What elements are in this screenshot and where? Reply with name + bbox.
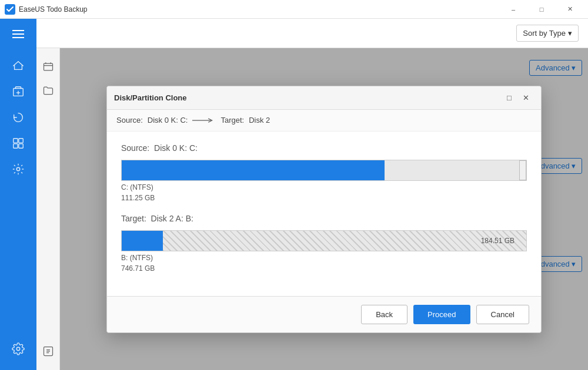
app-logo <box>5 4 15 15</box>
dialog-overlay: Disk/Partition Clone □ ✕ Source: Disk 0 … <box>60 48 588 370</box>
target-section: Target: Disk 2 A: B: 184.51 GB B: (NTFS)… <box>121 214 527 273</box>
sec-icon-bottom[interactable] <box>39 342 58 361</box>
dialog-maximize-button[interactable]: □ <box>501 89 517 106</box>
svg-rect-2 <box>14 139 18 143</box>
target-value: Disk 2 <box>249 116 270 125</box>
target-bar-hatched <box>163 231 526 251</box>
secondary-sidebar <box>36 48 60 370</box>
sidebar-item-tools[interactable] <box>6 157 30 181</box>
proceed-button[interactable]: Proceed <box>413 305 470 324</box>
target-disk-bar: 184.51 GB <box>121 230 527 251</box>
target-label: Target: <box>220 116 244 125</box>
arrow-line <box>192 116 216 125</box>
sidebar-item-restore[interactable] <box>6 106 30 129</box>
sidebar-item-backup[interactable] <box>6 80 30 103</box>
dialog-titlebar: Disk/Partition Clone □ ✕ <box>107 86 541 110</box>
content-area: Sort by Type ▾ <box>36 19 588 370</box>
target-bar-blue <box>122 231 163 251</box>
app-title: EaseUS Todo Backup <box>19 5 500 14</box>
menu-line <box>12 37 24 38</box>
main-layout: Sort by Type ▾ <box>0 19 588 370</box>
sec-icon-backup[interactable] <box>39 58 58 76</box>
cancel-button[interactable]: Cancel <box>476 305 529 324</box>
source-label: Source: <box>116 116 143 125</box>
target-unallocated-size: 184.51 GB <box>481 237 514 245</box>
dialog-close-button[interactable]: ✕ <box>517 89 534 106</box>
sec-icon-folder[interactable] <box>39 81 58 100</box>
svg-rect-3 <box>19 139 23 143</box>
maximize-button[interactable]: □ <box>528 0 555 19</box>
source-disk-bar <box>121 160 527 181</box>
svg-rect-4 <box>14 144 18 148</box>
source-bar-fill <box>122 160 385 180</box>
svg-rect-7 <box>44 63 52 70</box>
window-controls: – □ ✕ <box>500 0 583 19</box>
source-section-label: Source: Disk 0 K: C: <box>121 143 527 153</box>
source-section-value: Disk 0 K: C: <box>154 143 198 153</box>
close-button[interactable]: ✕ <box>556 0 583 19</box>
source-partition: C: (NTFS) <box>121 183 527 191</box>
source-bar-handle <box>519 160 526 180</box>
top-toolbar: Sort by Type ▾ <box>36 19 588 48</box>
source-size: 111.25 GB <box>121 194 527 202</box>
sort-button[interactable]: Sort by Type ▾ <box>516 25 579 42</box>
sidebar <box>0 19 36 370</box>
minimize-button[interactable]: – <box>500 0 527 19</box>
back-button[interactable]: Back <box>361 305 407 324</box>
target-section-value: Disk 2 A: B: <box>151 214 193 223</box>
sidebar-item-home[interactable] <box>6 54 30 78</box>
dialog-footer: Back Proceed Cancel <box>107 296 541 332</box>
sort-dropdown-icon: ▾ <box>568 29 572 38</box>
source-value: Disk 0 K: C: <box>148 116 188 125</box>
svg-point-6 <box>16 167 20 171</box>
title-bar: EaseUS Todo Backup – □ ✕ <box>0 0 588 19</box>
sidebar-item-clone[interactable] <box>6 132 30 155</box>
svg-rect-5 <box>19 144 23 148</box>
target-partition: B: (NTFS) <box>121 254 527 262</box>
dialog-body: Source: Disk 0 K: C: C: (NTFS) 111.25 GB <box>107 132 541 296</box>
menu-line <box>12 30 24 31</box>
target-size: 746.71 GB <box>121 264 527 273</box>
dialog-title: Disk/Partition Clone <box>114 93 501 102</box>
sort-label: Sort by Type <box>523 29 566 38</box>
source-section: Source: Disk 0 K: C: C: (NTFS) 111.25 GB <box>121 143 527 202</box>
disk-clone-dialog: Disk/Partition Clone □ ✕ Source: Disk 0 … <box>106 86 542 333</box>
sidebar-menu-button[interactable] <box>6 23 30 45</box>
menu-line <box>12 33 24 35</box>
dialog-header-info: Source: Disk 0 K: C: Target: Disk 2 <box>107 110 541 132</box>
sidebar-item-settings[interactable] <box>6 337 30 361</box>
target-section-label: Target: Disk 2 A: B: <box>121 214 527 223</box>
right-panel: Advanced ▾ Advanced ▾ Advanced ▾ Disk/Pa… <box>60 48 588 370</box>
content-with-secondary: Advanced ▾ Advanced ▾ Advanced ▾ Disk/Pa… <box>36 48 588 370</box>
